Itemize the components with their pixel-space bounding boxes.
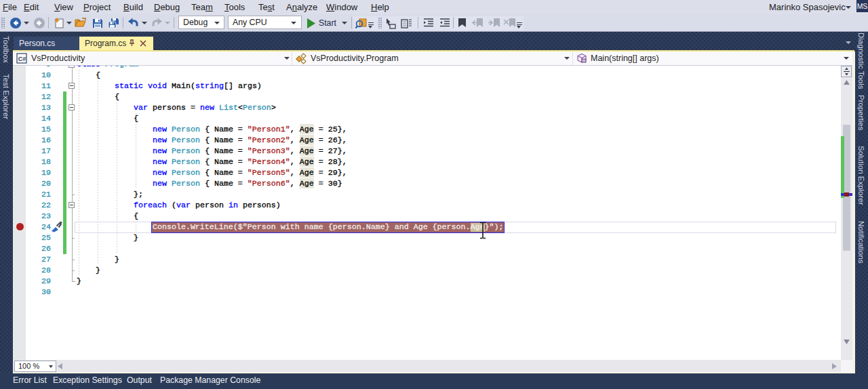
svg-text:C#: C# [18, 56, 26, 62]
